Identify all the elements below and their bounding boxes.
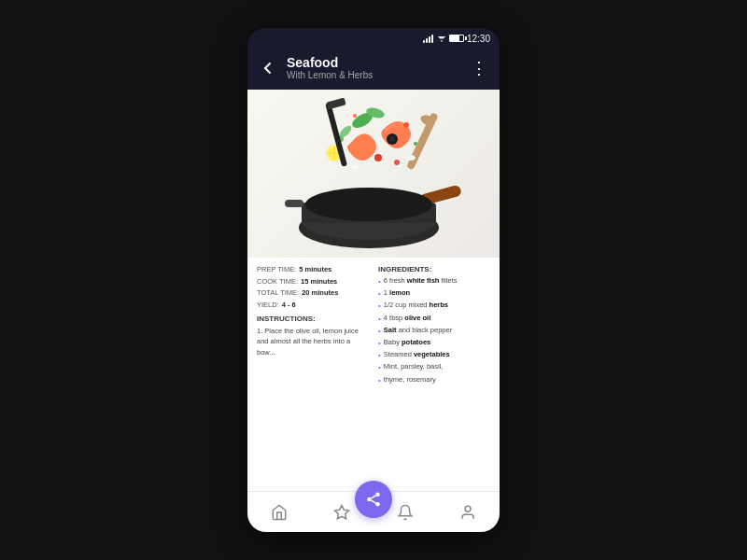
total-label: TOTAL TIME: [257, 288, 299, 299]
svg-point-33 [375, 502, 380, 507]
ingredient-text: Baby potatoes [384, 338, 430, 348]
status-icons: 12:30 [423, 34, 490, 44]
ingredient-item: • Steamed vegetables [378, 350, 490, 360]
svg-rect-25 [326, 97, 345, 109]
svg-rect-7 [285, 200, 303, 207]
svg-line-34 [371, 500, 375, 503]
ingredients-title: INGREDIENTS: [378, 265, 490, 273]
ingredient-item: • 1/2 cup mixed herbs [378, 301, 490, 311]
cook-time-row: COOK TIME: 15 minutes [257, 277, 369, 287]
ingredient-text: Mint, parsley, basil, [384, 362, 444, 372]
instructions-text: 1. Place the olive oil, lemon juice and … [257, 326, 369, 357]
recipe-subtitle: With Lemon & Herbs [287, 70, 460, 81]
ingredient-item: • 6 fresh white fish fillets [378, 276, 490, 287]
ingredient-bullet: • [378, 375, 381, 385]
food-illustration [261, 92, 486, 256]
ingredient-bullet: • [378, 326, 381, 336]
ingredient-item: • 1 lemon [378, 288, 490, 299]
left-column: PREP TIME: 5 minutes COOK TIME: 15 minut… [257, 265, 369, 483]
right-column: INGREDIENTS: • 6 fresh white fish fillet… [378, 265, 490, 483]
share-icon [365, 491, 382, 508]
ingredients-list: • 6 fresh white fish fillets • 1 lemon •… [378, 276, 490, 385]
more-button[interactable]: ⋮ [468, 57, 490, 79]
ingredient-bullet: • [378, 276, 381, 287]
nav-bookmark[interactable] [325, 497, 359, 527]
ingredient-item: • 4 tbsp olive oil [378, 314, 490, 324]
status-time: 12:30 [467, 34, 490, 44]
recipe-details: PREP TIME: 5 minutes COOK TIME: 15 minut… [247, 258, 500, 491]
svg-point-2 [441, 40, 443, 42]
bookmark-icon [333, 504, 350, 521]
instructions-title: INSTRUCTIONS: [257, 315, 369, 323]
nav-notifications[interactable] [388, 497, 422, 527]
ingredient-item: • thyme, rosemary [378, 375, 490, 385]
ingredient-bullet: • [378, 350, 381, 360]
nav-profile[interactable] [451, 497, 485, 527]
ingredient-text: Steamed vegetables [384, 350, 450, 360]
ingredient-bullet: • [378, 301, 381, 311]
svg-point-26 [374, 154, 382, 161]
svg-point-29 [351, 164, 359, 169]
ingredient-text: 1 lemon [384, 288, 410, 299]
ingredient-text: 4 tbsp olive oil [384, 314, 430, 324]
status-bar: 12:30 [247, 28, 500, 47]
profile-icon [459, 504, 476, 521]
ingredient-bullet: • [378, 314, 381, 324]
yield-value: 4 - 6 [282, 301, 296, 311]
cook-label: COOK TIME: [257, 277, 298, 287]
ingredient-text: thyme, rosemary [384, 375, 436, 385]
svg-line-35 [371, 496, 375, 498]
wifi-icon [437, 35, 446, 42]
yield-label: YIELD: [257, 301, 279, 311]
prep-label: PREP TIME: [257, 265, 296, 275]
nav-home[interactable] [262, 497, 296, 527]
ingredient-item: • Salt and black pepper [378, 326, 490, 336]
svg-point-18 [403, 122, 409, 128]
ingredient-bullet: • [378, 362, 381, 372]
svg-point-13 [389, 136, 395, 142]
svg-point-20 [353, 114, 357, 118]
signal-icon [423, 34, 434, 43]
svg-point-8 [305, 188, 432, 221]
svg-point-27 [394, 160, 400, 165]
total-value: 20 minutes [302, 288, 338, 299]
yield-row: YIELD: 4 - 6 [257, 301, 369, 311]
prep-time-row: PREP TIME: 5 minutes [257, 265, 369, 275]
back-button[interactable] [257, 57, 279, 79]
ingredient-text: Salt and black pepper [384, 326, 452, 336]
svg-point-28 [406, 155, 416, 161]
main-content: PREP TIME: 5 minutes COOK TIME: 15 minut… [247, 90, 500, 491]
svg-point-31 [375, 493, 380, 497]
share-fab-button[interactable] [355, 481, 392, 518]
svg-marker-30 [335, 505, 349, 518]
ingredient-text: 1/2 cup mixed herbs [384, 301, 448, 311]
ingredient-item: • Baby potatoes [378, 338, 490, 348]
total-time-row: TOTAL TIME: 20 minutes [257, 288, 369, 299]
svg-point-32 [367, 497, 372, 502]
bottom-nav [247, 491, 500, 532]
phone-container: 12:30 Seafood With Lemon & Herbs ⋮ [247, 28, 500, 532]
home-icon [271, 504, 288, 521]
food-image [247, 90, 500, 258]
svg-point-36 [465, 506, 471, 511]
ingredient-item: • Mint, parsley, basil, [378, 362, 490, 372]
ingredient-bullet: • [378, 288, 381, 299]
bell-icon [397, 504, 414, 521]
battery-fill [450, 35, 459, 41]
app-bar-title: Seafood With Lemon & Herbs [287, 55, 460, 82]
app-bar: Seafood With Lemon & Herbs ⋮ [247, 47, 500, 90]
recipe-title: Seafood [287, 55, 460, 71]
ingredient-text: 6 fresh white fish fillets [384, 276, 458, 287]
prep-value: 5 minutes [299, 265, 331, 275]
ingredient-bullet: • [378, 338, 381, 348]
cook-value: 15 minutes [301, 277, 337, 287]
battery-icon [449, 35, 464, 42]
